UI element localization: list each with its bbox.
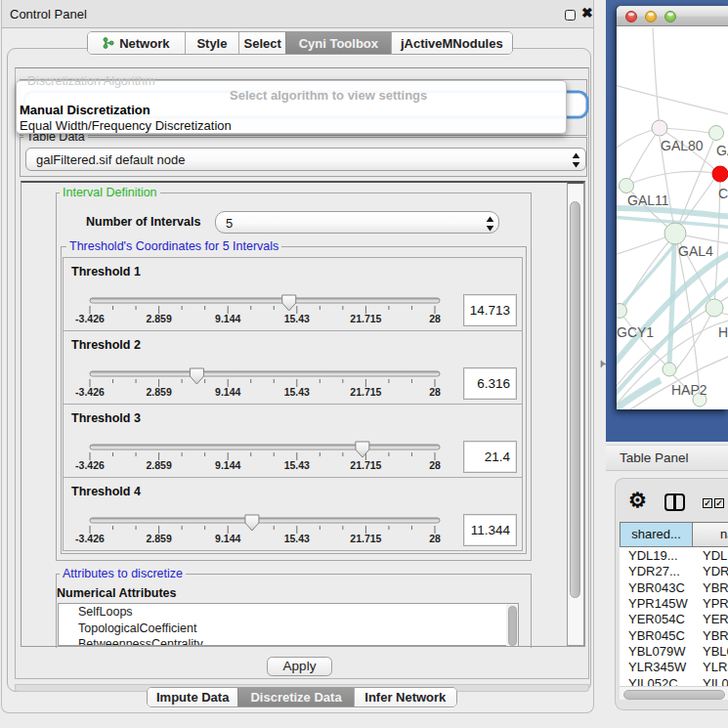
table-row[interactable]: YPR145WYPR14 xyxy=(620,596,728,612)
cell-name: YBR04 xyxy=(703,580,728,596)
cell-shared-name: YER054C xyxy=(628,612,693,627)
table-row[interactable]: YBR043CYBR04 xyxy=(620,580,728,596)
tab-label: Network xyxy=(119,36,169,51)
apply-button[interactable]: Apply xyxy=(267,657,332,676)
svg-text:2.859: 2.859 xyxy=(146,459,171,471)
threshold-panel-2: Threshold 2-3.4262.8599.14415.4321.71528… xyxy=(63,330,523,405)
cell-name: YLR34 xyxy=(703,660,728,675)
vertical-scrollbar-thumb[interactable] xyxy=(570,201,580,598)
spinner-arrows-icon xyxy=(486,216,494,232)
svg-text:9.144: 9.144 xyxy=(215,459,240,471)
screen: GAL80GACGAL11GAL4GCY1HHAP2 Table Panel ⚙… xyxy=(0,0,728,728)
threshold-slider[interactable]: -3.4262.8599.14415.4321.71528 xyxy=(64,405,524,477)
cell-name: YPR14 xyxy=(703,596,728,612)
svg-text:GA: GA xyxy=(716,143,728,158)
tab-cyni-toolbox[interactable]: Cyni Toolbox xyxy=(285,32,391,54)
svg-text:21.715: 21.715 xyxy=(350,533,381,544)
attributes-scrollbar-thumb[interactable] xyxy=(508,606,517,646)
float-window-icon[interactable] xyxy=(565,10,576,21)
tab-network[interactable]: Network xyxy=(88,32,185,54)
close-window-icon[interactable]: ✖ xyxy=(581,5,593,21)
control-panel-titlebar: Control Panel ✖ xyxy=(2,0,593,28)
cell-name: YDL19 xyxy=(703,548,728,564)
threshold-value-field[interactable]: 11.344 xyxy=(463,514,517,546)
table-data-combobox[interactable]: galFiltered.sif default node xyxy=(25,148,586,171)
attribute-list-item[interactable]: BetweennessCentrality xyxy=(59,636,518,646)
window-title: Control Panel xyxy=(10,7,87,21)
threshold-slider[interactable]: -3.4262.8599.14415.4321.71528 xyxy=(64,331,524,404)
threshold-value-field[interactable]: 14.713 xyxy=(463,294,517,326)
table-panel: ⚙ ✓ ✓ shared... na YDL19...YDL19YDR27...… xyxy=(615,478,728,710)
svg-text:-3.426: -3.426 xyxy=(75,386,105,398)
network-window: GAL80GACGAL11GAL4GCY1HHAP2 xyxy=(617,6,728,409)
cell-shared-name: YBR045C xyxy=(628,628,693,644)
svg-text:15.43: 15.43 xyxy=(284,533,310,544)
table-row[interactable]: YBR045CYBR04 xyxy=(620,628,728,644)
svg-text:21.715: 21.715 xyxy=(350,313,381,324)
split-pane-icon[interactable] xyxy=(664,493,685,511)
column-header-name[interactable]: na xyxy=(692,522,728,547)
threshold-panel-1: Threshold 1-3.4262.8599.14415.4321.71528… xyxy=(63,257,523,331)
attributes-list[interactable]: SelfLoopsTopologicalCoefficientBetweenne… xyxy=(58,603,519,646)
thresholds-group-title: Threshold's Coordinates for 5 Intervals xyxy=(66,240,281,253)
svg-text:GAL4: GAL4 xyxy=(678,243,713,259)
algorithm-group-title: Discretization Algorithm xyxy=(27,74,155,88)
zoom-traffic-light[interactable] xyxy=(664,11,676,22)
table-row[interactable]: YBL079WYBL07 xyxy=(620,644,728,660)
minimize-traffic-light[interactable] xyxy=(645,11,657,22)
dropdown-item-equal-width-frequency[interactable]: Equal Width/Frequency Discretization xyxy=(20,118,232,133)
mouse-cursor xyxy=(599,358,609,369)
table-row[interactable]: YLR345WYLR34 xyxy=(620,660,728,675)
svg-text:28: 28 xyxy=(429,533,441,544)
interval-definition-title: Interval Definition xyxy=(60,187,160,199)
cell-shared-name: YPR145W xyxy=(628,596,693,612)
dropdown-item-manual-discretization[interactable]: Manual Discretization xyxy=(20,103,150,117)
svg-text:15.43: 15.43 xyxy=(284,313,310,324)
svg-text:28: 28 xyxy=(429,386,441,398)
svg-text:2.859: 2.859 xyxy=(146,533,171,544)
gear-icon[interactable]: ⚙ xyxy=(628,492,647,508)
bottom-tab-impute-data[interactable]: Impute Data xyxy=(148,688,237,707)
threshold-value-field[interactable]: 6.316 xyxy=(463,367,517,400)
table-row[interactable]: YDR27...YDR27 xyxy=(620,564,728,579)
number-of-intervals-spinner[interactable]: 5 xyxy=(215,211,499,234)
cell-shared-name: YDL19... xyxy=(628,548,693,564)
checkbox-icon[interactable]: ✓ xyxy=(714,498,724,508)
checkbox-icon[interactable]: ✓ xyxy=(703,498,712,508)
threshold-value-field[interactable]: 21.4 xyxy=(463,441,517,473)
numerical-attributes-label: Numerical Attributes xyxy=(57,586,176,600)
network-icon xyxy=(103,37,114,49)
algorithm-placeholder-text: Select algorithm to view settings xyxy=(230,88,427,103)
cyni-bottom-tabs: Impute DataDiscretize DataInfer Network xyxy=(147,687,457,707)
threshold-slider[interactable]: -3.4262.8599.14415.4321.71528 xyxy=(64,478,524,550)
bottom-tab-discretize-data[interactable]: Discretize Data xyxy=(237,688,353,707)
tab-jactivemnodules[interactable]: jActiveMNodules xyxy=(391,32,512,54)
tab-style[interactable]: Style xyxy=(185,32,239,54)
threshold-slider[interactable]: -3.4262.8599.14415.4321.71528 xyxy=(64,258,524,330)
cell-shared-name: YBL079W xyxy=(628,644,693,660)
table-data-combobox-value: galFiltered.sif default node xyxy=(36,152,185,167)
tab-select[interactable]: Select xyxy=(238,32,285,54)
table-panel-titlebar: Table Panel xyxy=(606,445,728,471)
bottom-tab-infer-network[interactable]: Infer Network xyxy=(354,688,456,707)
svg-text:GAL11: GAL11 xyxy=(627,193,669,208)
network-canvas[interactable]: GAL80GACGAL11GAL4GCY1HHAP2 xyxy=(617,27,728,409)
attribute-list-item[interactable]: SelfLoops xyxy=(59,604,518,621)
table-row[interactable]: YER054CYER05 xyxy=(620,612,728,627)
table-row[interactable]: YDL19...YDL19 xyxy=(620,548,728,564)
table-toolbar: ⚙ ✓ ✓ xyxy=(616,479,728,521)
attribute-list-item[interactable]: TopologicalCoefficient xyxy=(59,621,518,637)
svg-text:21.715: 21.715 xyxy=(350,459,381,471)
close-traffic-light[interactable] xyxy=(625,11,637,22)
control-panel-tabs: NetworkStyleSelectCyni ToolboxjActiveMNo… xyxy=(87,31,513,55)
threshold-panel-3: Threshold 3-3.4262.8599.14415.4321.71528… xyxy=(63,404,523,478)
table-horizontal-scrollbar[interactable] xyxy=(620,686,728,700)
network-window-titlebar[interactable] xyxy=(617,6,728,26)
combobox-arrows-icon xyxy=(572,152,580,168)
scrollbar-thumb[interactable] xyxy=(623,690,725,700)
tab-label: Infer Network xyxy=(364,690,446,705)
svg-text:HAP2: HAP2 xyxy=(671,382,707,398)
svg-text:-3.426: -3.426 xyxy=(75,459,105,471)
column-header-shared-name[interactable]: shared... xyxy=(620,522,693,547)
cell-shared-name: YBR043C xyxy=(628,580,693,596)
